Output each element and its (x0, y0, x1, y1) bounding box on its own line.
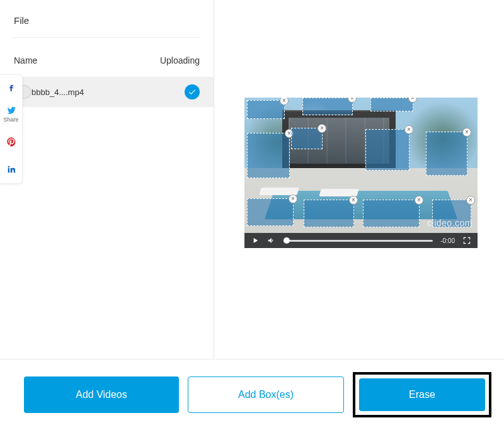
time-remaining: -0:00 (440, 237, 455, 244)
file-name: bbbb_4....mp4 (32, 88, 84, 97)
share-linkedin[interactable] (0, 156, 23, 183)
watermark-text: clideo.com (427, 218, 472, 228)
selection-box[interactable]: × (365, 129, 410, 171)
selection-box[interactable]: × (247, 100, 285, 119)
seek-knob[interactable] (284, 237, 290, 244)
selection-box[interactable]: × (370, 98, 413, 111)
video-preview[interactable]: × × × × × × × × × × × clideo.com (244, 98, 478, 233)
social-share-rail: Share (0, 74, 23, 184)
selection-box[interactable]: × (363, 200, 420, 227)
col-name: Name (14, 55, 37, 65)
selection-box[interactable]: × (291, 128, 323, 149)
close-icon[interactable]: × (404, 125, 413, 134)
player-controls: -0:00 (244, 233, 478, 248)
file-columns-header: Name Uploading (0, 38, 214, 77)
erase-button[interactable]: Erase (359, 378, 485, 411)
panel-title: File (0, 0, 214, 37)
seek-track[interactable] (284, 240, 433, 242)
play-icon[interactable] (251, 236, 260, 245)
volume-icon[interactable] (267, 236, 276, 245)
share-twitter[interactable]: Share (0, 100, 23, 128)
left-panel: File Name Uploading bbbb_4....mp4 (0, 0, 214, 359)
close-icon[interactable]: × (318, 124, 326, 133)
bottom-action-bar: Add Videos Add Box(es) Erase (0, 359, 504, 430)
share-pinterest[interactable] (0, 128, 23, 156)
upload-complete-icon (185, 84, 200, 99)
share-facebook[interactable] (0, 75, 23, 100)
selection-box[interactable]: × (426, 132, 467, 176)
selection-box[interactable]: × (247, 133, 290, 178)
erase-highlight-frame: Erase (353, 372, 491, 417)
video-preview-wrap: × × × × × × × × × × × clideo.com (244, 98, 478, 248)
selection-box[interactable]: × (247, 198, 294, 226)
fullscreen-icon[interactable] (462, 236, 471, 245)
close-icon[interactable]: × (415, 196, 423, 205)
right-panel: × × × × × × × × × × × clideo.com (214, 0, 504, 359)
selection-box[interactable]: × (302, 98, 353, 115)
close-icon[interactable]: × (466, 196, 475, 205)
close-icon[interactable]: × (289, 195, 297, 203)
add-boxes-button[interactable]: Add Box(es) (188, 376, 344, 413)
file-row[interactable]: bbbb_4....mp4 (0, 77, 214, 107)
close-icon[interactable]: × (349, 196, 358, 205)
close-icon[interactable]: × (462, 128, 471, 137)
col-uploading: Uploading (160, 55, 200, 65)
add-videos-button[interactable]: Add Videos (24, 376, 179, 413)
selection-box[interactable]: × (304, 200, 354, 227)
share-label: Share (3, 116, 18, 123)
app-frame: File Name Uploading bbbb_4....mp4 (0, 0, 504, 359)
